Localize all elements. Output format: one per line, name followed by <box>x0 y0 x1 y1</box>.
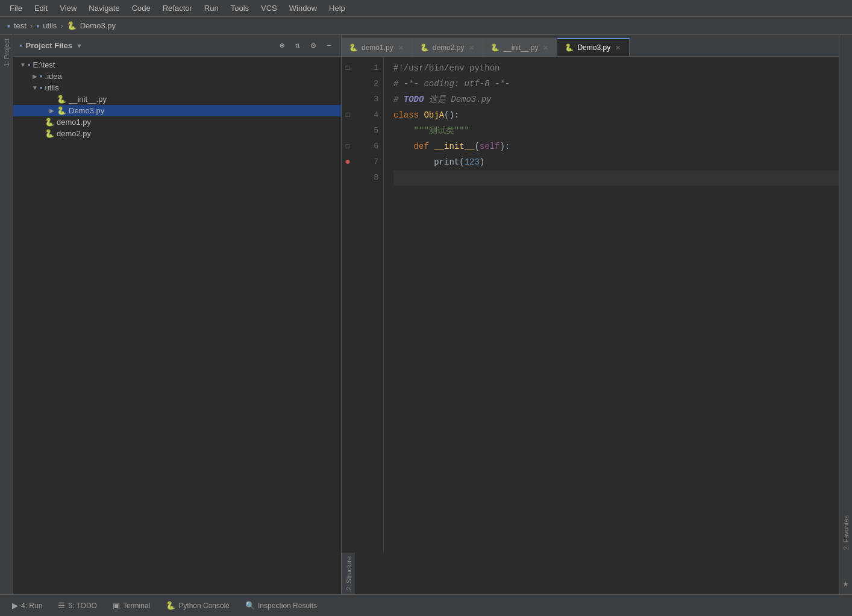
tab-init[interactable]: 🐍 __init__.py ✕ <box>483 38 557 56</box>
tab-py-icon-demo2: 🐍 <box>420 43 429 52</box>
line-num-6: 6 <box>354 139 378 154</box>
py-icon-init: 🐍 <box>57 95 66 104</box>
tab-label-demo3: Demo3.py <box>577 43 610 52</box>
menu-code[interactable]: Code <box>127 2 155 14</box>
structure-label[interactable]: 2: Structure <box>344 553 354 594</box>
breadcrumb-file[interactable]: Demo3.py <box>80 21 116 30</box>
breadcrumb-subfolder[interactable]: utils <box>43 21 57 30</box>
code-editor[interactable]: □ □ □ ● 1 2 3 4 5 6 7 8 <box>342 57 839 553</box>
tab-demo2[interactable]: 🐍 demo2.py ✕ <box>413 38 484 56</box>
project-dropdown-arrow[interactable]: ▼ <box>76 42 83 49</box>
menu-view[interactable]: View <box>55 2 81 14</box>
project-tree: ▼ ▪ E:\test ▶ ▪ .idea ▼ ▪ utils <box>13 57 341 594</box>
gutter-2 <box>342 76 354 92</box>
breadcrumb-root[interactable]: test <box>14 21 27 30</box>
folder-icon-idea: ▪ <box>40 72 43 81</box>
py-icon-demo2: 🐍 <box>45 129 54 138</box>
favorites-star-icon[interactable]: ★ <box>843 577 849 589</box>
python-console-icon: 🐍 <box>166 601 175 610</box>
tab-close-demo2[interactable]: ✕ <box>468 43 475 52</box>
menu-navigate[interactable]: Navigate <box>84 2 124 14</box>
gutter-4: □ <box>342 107 354 123</box>
folder-icon-utils: ▪ <box>40 83 43 92</box>
bottom-tab-terminal[interactable]: ▣ Terminal <box>105 597 157 614</box>
breadcrumb-bar: ▪ test › ▪ utils › 🐍 Demo3.py <box>0 17 852 35</box>
arrow-utils: ▼ <box>30 84 40 91</box>
tab-close-init[interactable]: ✕ <box>542 43 550 52</box>
toolbar-minimize-icon[interactable]: − <box>323 40 335 52</box>
tree-item-idea[interactable]: ▶ ▪ .idea <box>13 71 341 82</box>
project-toolbar: ▪ Project Files ▼ ⊕ ⇅ ⚙ − <box>13 35 341 57</box>
toolbar-collapse-icon[interactable]: ⇅ <box>292 40 304 52</box>
py-icon-demo1: 🐍 <box>45 118 54 127</box>
line-num-2: 2 <box>354 76 378 92</box>
code-line-5: """测试类""" <box>393 123 839 139</box>
tab-close-demo3[interactable]: ✕ <box>614 43 622 52</box>
tab-demo1[interactable]: 🐍 demo1.py ✕ <box>342 38 413 56</box>
menu-run[interactable]: Run <box>199 2 224 14</box>
right-panel: 2: Structure <box>342 553 355 594</box>
code-line-7: print(123) <box>393 154 839 170</box>
bottom-tab-inspection[interactable]: 🔍 Inspection Results <box>238 597 324 614</box>
left-side: 1: Project ▪ Project Files ▼ ⊕ ⇅ ⚙ − ▼ <box>0 35 342 594</box>
toolbar-scope-icon[interactable]: ⊕ <box>276 40 288 52</box>
tab-label-init: __init__.py <box>503 43 538 52</box>
bottom-tab-inspection-label: Inspection Results <box>258 602 317 610</box>
tree-item-init[interactable]: 🐍 __init__.py <box>13 93 341 105</box>
code-coding: # -*- coding: utf-8 -*- <box>393 76 510 92</box>
code-class-kw: class <box>393 107 424 123</box>
menu-bar: File Edit View Navigate Code Refactor Ru… <box>0 0 852 17</box>
project-label-text: 1: Project <box>2 35 11 70</box>
bottom-tab-python-console[interactable]: 🐍 Python Console <box>158 597 237 614</box>
tree-item-root[interactable]: ▼ ▪ E:\test <box>13 59 341 71</box>
arrow-idea: ▶ <box>30 73 40 80</box>
breadcrumb-file-icon: 🐍 <box>67 21 77 30</box>
folder-icon-root: ▪ <box>28 60 31 69</box>
code-content[interactable]: #!/usr/bin/env python # -*- coding: utf-… <box>384 57 839 553</box>
breadcrumb-utils-icon: ▪ <box>36 21 39 31</box>
breadcrumb-folder-icon: ▪ <box>7 21 10 31</box>
tab-close-demo1[interactable]: ✕ <box>397 43 405 52</box>
tree-item-utils[interactable]: ▼ ▪ utils <box>13 82 341 93</box>
menu-window[interactable]: Window <box>284 2 322 14</box>
code-line-8-content <box>393 170 398 186</box>
bottom-tab-todo[interactable]: ☰ 6: TODO <box>51 597 104 614</box>
code-func-paren-close: ): <box>500 139 510 154</box>
bottom-tab-run[interactable]: ▶ 4: Run <box>5 597 49 614</box>
tree-item-demo3[interactable]: ▶ 🐍 Demo3.py <box>13 105 341 116</box>
tree-item-demo2[interactable]: 🐍 demo2.py <box>13 128 341 139</box>
code-number: 123 <box>465 154 480 170</box>
tree-label-demo2: demo2.py <box>57 129 91 138</box>
line-numbers: 1 2 3 4 5 6 7 8 <box>354 57 384 553</box>
toolbar-settings-icon[interactable]: ⚙ <box>307 40 319 52</box>
line-num-8: 8 <box>354 170 378 186</box>
breadcrumb-chevron2: › <box>60 21 63 30</box>
bottom-tab-python-console-label: Python Console <box>178 602 230 610</box>
code-def-kw: def <box>393 139 434 154</box>
gutter-8 <box>342 170 354 186</box>
gutter-7: ● <box>342 154 354 170</box>
editor-area: 🐍 demo1.py ✕ 🐍 demo2.py ✕ 🐍 __init__.py … <box>342 35 839 594</box>
menu-help[interactable]: Help <box>324 2 350 14</box>
favorites-panel: 2: Favorites ★ <box>839 35 852 594</box>
menu-refactor[interactable]: Refactor <box>158 2 197 14</box>
gutter-3 <box>342 92 354 107</box>
menu-tools[interactable]: Tools <box>226 2 254 14</box>
project-panel: ▪ Project Files ▼ ⊕ ⇅ ⚙ − ▼ ▪ E:\test <box>13 35 342 594</box>
code-line-3: # TODO 这是 Demo3.py <box>393 92 839 107</box>
tree-label-root: E:\test <box>33 60 55 69</box>
bottom-tab-terminal-label: Terminal <box>123 602 150 610</box>
line-num-5: 5 <box>354 123 378 139</box>
tab-demo3[interactable]: 🐍 Demo3.py ✕ <box>557 38 630 56</box>
favorites-label[interactable]: 2: Favorites <box>841 512 851 553</box>
tree-label-demo3: Demo3.py <box>69 106 104 115</box>
project-title-label: Project Files <box>26 41 72 50</box>
menu-vcs[interactable]: VCS <box>256 2 282 14</box>
tree-item-demo1[interactable]: 🐍 demo1.py <box>13 116 341 128</box>
project-side-label[interactable]: 1: Project <box>0 35 13 594</box>
menu-edit[interactable]: Edit <box>30 2 52 14</box>
menu-file[interactable]: File <box>5 2 27 14</box>
arrow-root: ▼ <box>18 61 28 68</box>
arrow-demo3: ▶ <box>47 107 57 114</box>
code-line-8 <box>393 170 839 186</box>
